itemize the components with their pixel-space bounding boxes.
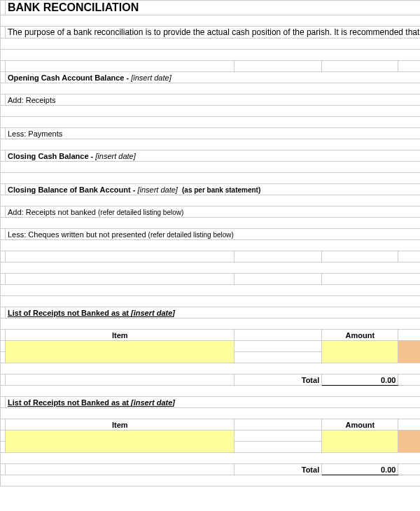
- list2-col-amount: Amount: [322, 419, 398, 430]
- opening-balance-row: Opening Cash Account Balance - [insert d…: [6, 72, 421, 83]
- list1-item-input[interactable]: [6, 341, 234, 363]
- difference-label: Difference (A-B): [322, 274, 420, 285]
- description: The purpose of a bank reconciliation is …: [6, 27, 421, 38]
- list2-heading: List of Receipts not Banked as at [inser…: [6, 397, 421, 408]
- list1-date-input[interactable]: [398, 341, 420, 363]
- list2-total-label: Total: [234, 464, 322, 475]
- list2-total-value: 0.00: [322, 464, 398, 475]
- page-title: BANK RECONCILIATION: [6, 1, 421, 15]
- list1-total-value: 0.00: [322, 374, 398, 386]
- list1-total-label: Total: [234, 374, 322, 386]
- list1-amount-input[interactable]: [322, 341, 398, 363]
- less-payments-row: Less: Payments: [6, 128, 421, 139]
- closing-bank-row: Closing Balance of Bank Account - [inser…: [6, 184, 421, 195]
- reconciliation-sheet: BANK RECONCILIATION The purpose of a ban…: [0, 0, 420, 486]
- list1-col-amount: Amount: [322, 330, 398, 341]
- list2-col-item: Item: [6, 419, 234, 430]
- list1-col-item: Item: [6, 330, 234, 341]
- add-not-banked-row: Add: Receipts not banked (refer detailed…: [6, 206, 421, 218]
- list2-item-input[interactable]: [6, 430, 234, 453]
- add-receipts-row: Add: Receipts: [6, 94, 421, 106]
- list1-heading: List of Receipts not Banked as at [inser…: [6, 307, 421, 318]
- list2-col-date: Date banked: [398, 419, 420, 430]
- less-cheques-row: Less: Cheques written but not presented …: [6, 229, 421, 240]
- list2-amount-input[interactable]: [322, 430, 398, 453]
- list1-col-date: Date banked: [398, 330, 420, 341]
- closing-cash-row: Closing Cash Balance - [insert date]: [6, 150, 421, 162]
- list2-date-input[interactable]: [398, 430, 420, 453]
